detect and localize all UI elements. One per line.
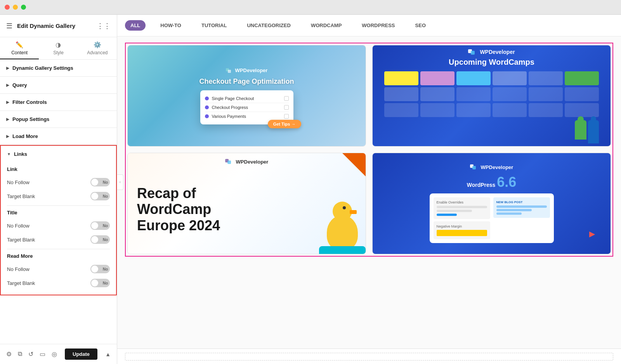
toggle-knob [91, 193, 98, 200]
toggle-no-text: No [103, 194, 108, 198]
checkout-content: WPDeveloper Checkout Page Optimization S… [128, 60, 366, 132]
sidebar-footer: ⚙ ⧉ ↺ ▭ ◎ Update ▲ [0, 344, 117, 364]
filter-tab-how-to[interactable]: HOW-TO [155, 20, 187, 31]
arrow-icon: ▶ [6, 100, 9, 104]
title-target-blank-toggle[interactable]: No [90, 235, 110, 244]
title-no-follow-label: No Follow [7, 223, 29, 229]
sidebar: ☰ Edit Dynamic Gallery ⋮⋮ ✏️ Content ◑ S… [0, 15, 117, 364]
toggle-no-text: No [103, 281, 108, 285]
gallery-grid: WPDeveloper Checkout Page Optimization S… [127, 45, 611, 254]
link-no-follow-toggle[interactable]: No [90, 178, 110, 186]
fullscreen-button[interactable] [21, 5, 26, 10]
tab-style[interactable]: ◑ Style [39, 37, 78, 59]
accordion-popup-settings-header[interactable]: ▶ Popup Settings [0, 111, 117, 128]
main-content: ALL HOW-TO TUTORIAL UNCATEGORIZED WORDCA… [117, 15, 621, 364]
read-more-target-blank-toggle[interactable]: No [90, 279, 110, 287]
accordion-list: ▶ Dynamic Gallery Settings ▶ Query ▶ Fil… [0, 60, 117, 344]
grid-icon[interactable]: ⋮⋮ [97, 22, 111, 30]
filter-tab-seo[interactable]: SEO [410, 20, 431, 31]
accordion-query-label: Query [12, 82, 27, 88]
play-arrow-icon: ▶ [589, 229, 595, 238]
accordion-load-more: ▶ Load More [0, 128, 117, 145]
upcoming-title: Upcoming WordCamps [380, 58, 603, 67]
tab-style-label: Style [53, 50, 64, 55]
minimize-button[interactable] [13, 5, 18, 10]
read-more-no-follow-toggle[interactable]: No [90, 265, 110, 273]
link-group-label: Link [7, 166, 110, 172]
filter-tab-all[interactable]: ALL [125, 20, 146, 31]
tab-advanced[interactable]: ⚙️ Advanced [78, 37, 117, 59]
accordion-load-more-header[interactable]: ▶ Load More [0, 128, 117, 145]
toggle-knob [91, 179, 98, 186]
accordion-links-label: Links [14, 151, 27, 157]
toggle-knob [91, 236, 98, 243]
accordion-query-header[interactable]: ▶ Query [0, 77, 117, 93]
svg-rect-3 [471, 51, 475, 55]
title-no-follow-toggle[interactable]: No [90, 221, 110, 230]
history-icon[interactable]: ↺ [28, 350, 33, 358]
sidebar-header-left: ☰ Edit Dynamic Gallery [6, 22, 75, 30]
eye-icon[interactable]: ◎ [52, 350, 57, 358]
svg-rect-5 [227, 160, 231, 164]
gallery-card-checkout[interactable]: WPDeveloper Checkout Page Optimization S… [127, 45, 366, 147]
arrow-icon: ▶ [6, 134, 9, 138]
accordion-dynamic-gallery-settings-header[interactable]: ▶ Dynamic Gallery Settings [0, 60, 117, 76]
upcoming-content: WPDeveloper Upcoming WordCamps [373, 45, 611, 146]
read-more-no-follow-label: No Follow [7, 266, 29, 272]
gallery-card-upcoming[interactable]: WPDeveloper Upcoming WordCamps [372, 45, 611, 147]
responsive-icon[interactable]: ▭ [40, 350, 45, 358]
wordcamp-eu-title: Recap ofWordCampEurope 2024 [137, 185, 220, 233]
accordion-links: ▼ Links Link No Follow No Target Bl [0, 145, 117, 295]
filter-tab-wordcamp[interactable]: WORDCAMP [305, 20, 347, 31]
checkout-ui-mock: Single Page Checkout Checkout Progress [200, 90, 293, 124]
arrow-icon: ▶ [6, 117, 9, 121]
tab-content[interactable]: ✏️ Content [0, 37, 39, 59]
filter-tab-tutorial[interactable]: TUTORIAL [196, 20, 232, 31]
wp66-subtitle: WordPress 6.6 [380, 174, 603, 190]
link-target-blank-toggle[interactable]: No [90, 192, 110, 200]
close-button[interactable] [5, 5, 10, 10]
read-more-target-blank-row: Target Blank No [7, 276, 110, 290]
wpdeveloper-logo-wc: WPDeveloper [225, 159, 269, 165]
layers-icon[interactable]: ⧉ [18, 350, 22, 358]
link-no-follow-label: No Follow [7, 179, 29, 185]
accordion-query: ▶ Query [0, 77, 117, 94]
accordion-filter-controls-label: Filter Controls [12, 99, 47, 105]
title-target-blank-label: Target Blank [7, 237, 35, 243]
chevron-up-icon[interactable]: ▲ [105, 351, 111, 357]
wpdeveloper-logo-wp66: WPDeveloper [380, 164, 603, 170]
card-image-upcoming: WPDeveloper Upcoming WordCamps [373, 45, 611, 146]
card-image-checkout: WPDeveloper Checkout Page Optimization S… [128, 45, 366, 146]
tab-content-label: Content [11, 50, 28, 55]
title-group-label: Title [7, 210, 110, 216]
title-bar [0, 0, 621, 15]
settings-icon[interactable]: ⚙ [6, 350, 12, 358]
filter-tabs: ALL HOW-TO TUTORIAL UNCATEGORIZED WORDCA… [117, 15, 621, 36]
update-button[interactable]: Update [65, 348, 97, 360]
accordion-popup-settings-label: Popup Settings [12, 116, 49, 122]
gallery-card-wp66[interactable]: WPDeveloper WordPress 6.6 Enable Overrid… [372, 153, 611, 254]
wp66-ui-mock: Enable Overrides [430, 193, 554, 243]
title-no-follow-row: No Follow No [7, 219, 110, 233]
wp66-content: WPDeveloper WordPress 6.6 Enable Overrid… [373, 158, 611, 249]
arrow-down-icon: ▼ [7, 152, 11, 156]
gallery-card-wordcamp-eu[interactable]: WPDeveloper Recap ofWordCampEurope 2024 [127, 153, 366, 254]
toggle-no-text: No [103, 267, 108, 271]
accordion-links-header[interactable]: ▼ Links [1, 146, 116, 162]
sidebar-title: Edit Dynamic Gallery [17, 22, 75, 29]
link-target-blank-label: Target Blank [7, 193, 35, 199]
filter-tab-uncategorized[interactable]: UNCATEGORIZED [241, 20, 296, 31]
hamburger-icon[interactable]: ☰ [6, 22, 12, 30]
link-target-blank-row: Target Blank No [7, 189, 110, 203]
style-icon: ◑ [56, 41, 61, 48]
app-body: ☰ Edit Dynamic Gallery ⋮⋮ ✏️ Content ◑ S… [0, 15, 621, 364]
card-image-wp66: WPDeveloper WordPress 6.6 Enable Overrid… [373, 153, 611, 254]
mascot-area [235, 176, 366, 254]
footer-icons: ⚙ ⧉ ↺ ▭ ◎ [6, 350, 57, 358]
filter-tab-wordpress[interactable]: WORDPRESS [356, 20, 400, 31]
collapse-handle[interactable]: ‹ [117, 174, 123, 190]
main-bottom-bar [117, 348, 621, 364]
toggle-no-text: No [103, 238, 108, 242]
divider [7, 249, 110, 249]
accordion-filter-controls-header[interactable]: ▶ Filter Controls [0, 94, 117, 110]
